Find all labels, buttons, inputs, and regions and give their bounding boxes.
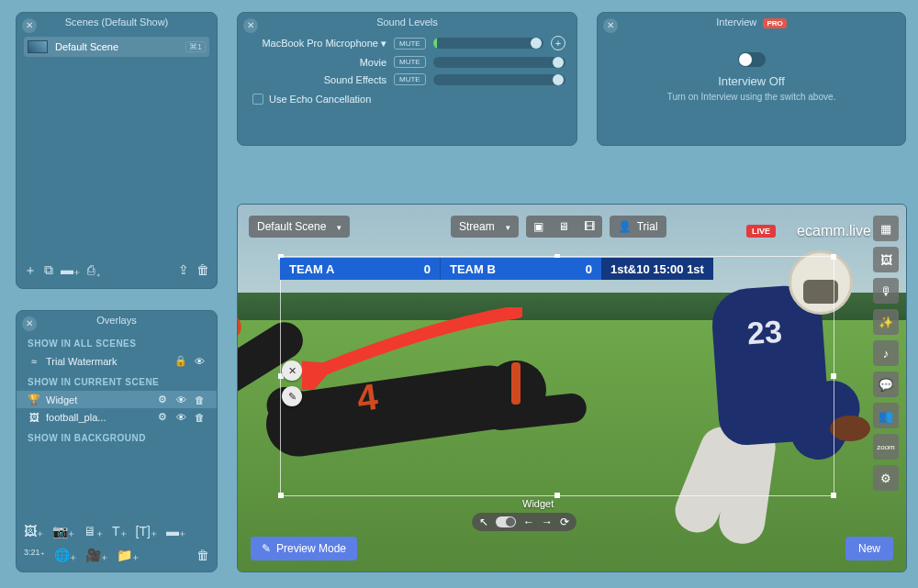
gear-icon[interactable]: ⚙	[156, 394, 169, 405]
magic-wand-icon[interactable]: ✨	[873, 309, 899, 335]
overlay-row[interactable]: ≈ Trial Watermark 🔒 👁	[17, 352, 217, 370]
lock-icon[interactable]: 🔒	[174, 355, 187, 367]
section-background: SHOW IN BACKGROUND	[28, 433, 206, 443]
screen-source-icon[interactable]: 🖥	[551, 216, 577, 238]
live-badge: LIVE	[746, 225, 776, 238]
resize-handle[interactable]	[278, 493, 284, 498]
new-button[interactable]: New	[845, 537, 893, 560]
checkbox-icon[interactable]	[252, 94, 263, 105]
edit-overlay-icon[interactable]: ✎	[282, 386, 302, 406]
level-slider[interactable]	[433, 57, 565, 68]
cursor-icon[interactable]: ↖	[479, 516, 488, 528]
gear-icon[interactable]: ⚙	[156, 411, 169, 423]
zoom-button[interactable]: zoom	[873, 434, 899, 460]
resize-handle[interactable]	[831, 493, 836, 498]
scene-name: Default Scene	[55, 41, 185, 52]
sound-source-row: MacBook Pro Microphone ▾ MUTE +	[238, 33, 577, 53]
close-icon[interactable]: ✕	[243, 18, 258, 33]
sound-source-label: Movie	[249, 57, 386, 68]
account-pill[interactable]: 👤 Trial	[610, 216, 666, 238]
delete-icon[interactable]: 🗑	[193, 412, 206, 423]
section-current-scene: SHOW IN CURRENT SCENE	[28, 377, 206, 387]
panel-title: Sound Levels	[238, 13, 577, 33]
level-slider[interactable]	[433, 38, 543, 49]
add-countdown-overlay-icon[interactable]: 3:21₊	[24, 548, 45, 562]
close-overlay-icon[interactable]: ✕	[282, 361, 302, 381]
overlay-row[interactable]: 🖼 football_pla... ⚙ 👁 🗑	[17, 408, 217, 426]
trophy-icon: 🏆	[28, 394, 40, 405]
settings-gear-icon[interactable]: ⚙	[873, 465, 899, 491]
close-icon[interactable]: ✕	[22, 18, 37, 33]
resize-handle[interactable]	[831, 373, 836, 379]
close-icon[interactable]: ✕	[603, 18, 618, 33]
mute-button[interactable]: MUTE	[394, 73, 426, 85]
overlay-selection-box[interactable]	[280, 256, 834, 496]
sound-levels-panel: ✕ Sound Levels MacBook Pro Microphone ▾ …	[237, 12, 577, 146]
overlay-name: football_pla...	[46, 412, 151, 423]
move-left-icon[interactable]: ←	[523, 516, 534, 528]
visibility-icon[interactable]: 👁	[193, 356, 206, 367]
delete-icon[interactable]: 🗑	[193, 394, 206, 405]
panel-title: Scenes (Default Show)	[17, 13, 217, 33]
overlay-name: Widget	[46, 394, 151, 405]
overlay-row[interactable]: 🏆 Widget ⚙ 👁 🗑	[17, 391, 217, 408]
scene-shortcut: ⌘1	[185, 41, 206, 52]
add-scene-icon[interactable]: ＋	[24, 262, 37, 279]
overlay-caption: Widget	[522, 498, 554, 509]
add-screen-overlay-icon[interactable]: 🖥₊	[84, 524, 103, 538]
music-icon[interactable]: ♪	[873, 340, 899, 366]
add-text-overlay-icon[interactable]: T₊	[112, 524, 127, 538]
scene-dropdown[interactable]: Default Scene	[249, 216, 350, 238]
add-globe-overlay-icon[interactable]: 🌐₊	[54, 548, 76, 562]
preview-right-toolbar: ▦ 🖼 🎙 ✨ ♪ 💬 👥 zoom ⚙	[873, 216, 899, 491]
resize-handle[interactable]	[554, 493, 560, 498]
add-video-overlay-icon[interactable]: 🎥₊	[85, 548, 107, 562]
image-icon: 🖼	[28, 412, 40, 423]
move-right-icon[interactable]: →	[542, 516, 553, 528]
refresh-icon[interactable]: ⟳	[560, 516, 569, 528]
sound-source-row: Sound Effects MUTE	[238, 71, 577, 88]
chevron-down-icon: ▾	[381, 38, 386, 49]
resize-handle[interactable]	[831, 254, 836, 260]
pencil-icon: ✎	[262, 542, 271, 555]
add-folder-overlay-icon[interactable]: 📁₊	[117, 548, 139, 562]
overlay-inline-toolbar: ↖ ← → ⟳	[472, 513, 577, 531]
duplicate-scene-icon[interactable]: ⧉	[44, 262, 53, 279]
level-slider[interactable]	[433, 74, 565, 85]
visibility-icon[interactable]: 👁	[174, 394, 187, 405]
snapshot-icon[interactable]: ⎙₊	[87, 262, 102, 279]
new-folder-icon[interactable]: ▬₊	[61, 262, 80, 279]
echo-label: Use Echo Cancellation	[269, 94, 371, 105]
overlay-visibility-toggle[interactable]	[496, 516, 516, 527]
preview-mode-button[interactable]: ✎ Preview Mode	[251, 537, 357, 560]
delete-overlay-icon[interactable]: 🗑	[196, 548, 209, 562]
preview-viewport: 23 4 TEAM A0 TEAM B0 1st&10 15:00 1st ✕ …	[237, 204, 907, 572]
share-icon[interactable]: ⇪	[178, 262, 189, 279]
visibility-icon[interactable]: 👁	[174, 412, 187, 423]
chat-icon[interactable]: 💬	[873, 372, 899, 397]
microphone-icon[interactable]: 🎙	[873, 278, 899, 304]
add-camera-overlay-icon[interactable]: 📷₊	[52, 524, 74, 538]
close-icon[interactable]: ✕	[22, 316, 37, 331]
picture-in-picture-icon[interactable]: 🖼	[873, 247, 899, 272]
interview-toggle[interactable]	[738, 52, 766, 67]
mute-button[interactable]: MUTE	[394, 38, 426, 50]
stream-dropdown[interactable]: Stream	[451, 216, 519, 238]
user-icon: 👤	[618, 220, 632, 233]
scene-row[interactable]: Default Scene ⌘1	[24, 37, 209, 57]
echo-cancellation-row[interactable]: Use Echo Cancellation	[252, 94, 562, 105]
sound-source-label[interactable]: MacBook Pro Microphone ▾	[249, 38, 386, 50]
delete-icon[interactable]: 🗑	[196, 262, 209, 279]
add-solid-overlay-icon[interactable]: ▬₊	[166, 524, 185, 538]
watermark-icon: ≈	[28, 356, 40, 367]
video-source-icon[interactable]: 🎞	[577, 216, 602, 238]
guests-icon[interactable]: 👥	[873, 403, 899, 428]
scoreboard-overlay[interactable]: TEAM A0 TEAM B0 1st&10 15:00 1st	[280, 258, 713, 280]
grid-view-icon[interactable]: ▦	[873, 216, 899, 241]
camera-source-icon[interactable]: ▣	[526, 216, 551, 238]
mute-button[interactable]: MUTE	[394, 56, 426, 68]
add-source-icon[interactable]: +	[551, 36, 565, 50]
add-image-overlay-icon[interactable]: 🖼₊	[24, 524, 43, 538]
scenes-panel: ✕ Scenes (Default Show) Default Scene ⌘1…	[16, 12, 218, 289]
add-textbox-overlay-icon[interactable]: [T]₊	[136, 524, 157, 538]
